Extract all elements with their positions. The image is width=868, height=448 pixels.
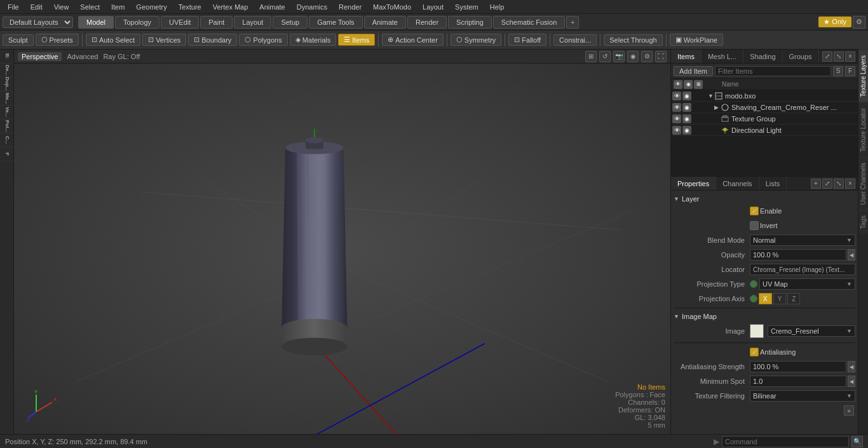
texgroup-render-icon[interactable]: ◉ xyxy=(682,114,691,123)
layout-tab-layout[interactable]: Layout xyxy=(234,16,271,29)
constraints-button[interactable]: Constrai... xyxy=(553,34,597,46)
item-row-modo[interactable]: 👁 ◉ ▼ modo.bxo xyxy=(671,90,858,102)
sidebar-tab-texture-layers[interactable]: Texture Layers xyxy=(858,50,868,102)
left-panel-item-pol[interactable]: Pol... xyxy=(0,119,14,133)
viewport-mode-advanced[interactable]: Advanced xyxy=(67,53,98,60)
menu-vertex-map[interactable]: Vertex Map xyxy=(208,2,254,12)
symmetry-button[interactable]: ⬡ Symmetry xyxy=(451,34,502,46)
sidebar-tab-user-channels[interactable]: User Channels xyxy=(858,157,868,210)
tex-filtering-dropdown[interactable]: Bilinear ▼ xyxy=(750,390,855,402)
action-center-button[interactable]: ⊕ Action Center xyxy=(382,34,444,46)
shaving-render-icon[interactable]: ◉ xyxy=(682,103,691,112)
viewport[interactable]: Perspective Advanced Ray GL: Off ⊞ ↺ 📷 ◉… xyxy=(14,50,670,434)
vertices-button[interactable]: ⊡ Vertices xyxy=(142,34,186,46)
workplane-button[interactable]: ▣ WorkPlane xyxy=(670,34,724,46)
presets-button[interactable]: ⬡ Presets xyxy=(36,34,79,46)
light-vis-icon[interactable]: 👁 xyxy=(672,126,681,135)
layout-tab-model[interactable]: Model xyxy=(78,16,114,29)
add-item-button[interactable]: Add Item xyxy=(674,66,713,76)
viewport-mode-perspective[interactable]: Perspective xyxy=(18,52,62,61)
image-map-arrow[interactable]: ▼ xyxy=(674,313,679,320)
left-panel-item-b[interactable]: B: xyxy=(0,50,14,64)
filter-items-input[interactable] xyxy=(715,66,831,76)
vp-icon-grid[interactable]: ⊞ xyxy=(585,51,597,62)
menu-maxtomodo[interactable]: MaxToModo xyxy=(368,2,416,12)
sidebar-tab-tags[interactable]: Tags xyxy=(858,210,868,234)
opacity-input[interactable] xyxy=(750,249,846,261)
menu-geometry[interactable]: Geometry xyxy=(131,2,172,12)
menu-select[interactable]: Select xyxy=(75,2,105,12)
add-tab-button[interactable]: + xyxy=(566,16,579,29)
layout-tab-render[interactable]: Render xyxy=(407,16,447,29)
items-panel-shrink-btn[interactable]: ⤡ xyxy=(834,51,844,62)
menu-help[interactable]: Help xyxy=(485,2,510,12)
menu-texture[interactable]: Texture xyxy=(173,2,207,12)
sculpt-button[interactable]: Sculpt xyxy=(3,34,34,46)
layout-tab-uvedit[interactable]: UVEdit xyxy=(161,16,199,29)
menu-dynamics[interactable]: Dynamics xyxy=(292,2,332,12)
item-row-light[interactable]: 👁 ◉ ▶ Directional Light xyxy=(671,125,858,136)
command-input[interactable] xyxy=(722,436,849,447)
items-f-button[interactable]: F xyxy=(845,66,855,76)
item-row-shaving[interactable]: 👁 ◉ ▶ Shaving_Cream_Cremo_Reser ... xyxy=(671,102,858,113)
left-panel-item-ve[interactable]: Ve... xyxy=(0,105,14,119)
antialiasing-checkbox[interactable]: ✓ xyxy=(750,348,759,356)
left-panel-item-de[interactable]: De... xyxy=(0,64,14,78)
layer-arrow[interactable]: ▼ xyxy=(674,196,679,202)
aa-strength-input[interactable] xyxy=(750,361,846,372)
vp-icon-expand[interactable]: ⛶ xyxy=(655,51,667,62)
viewport-raygl[interactable]: Ray GL: Off xyxy=(103,53,140,60)
axis-y-button[interactable]: Y xyxy=(773,293,787,304)
items-tab-groups[interactable]: Groups xyxy=(783,50,819,63)
settings-button[interactable]: ⚙ xyxy=(853,16,865,29)
layout-tab-paint[interactable]: Paint xyxy=(200,16,233,29)
invert-checkbox[interactable] xyxy=(750,221,759,230)
render-col-icon[interactable]: ◉ xyxy=(684,80,693,89)
layout-dropdown[interactable]: Default Layouts xyxy=(3,17,73,28)
polygons-button[interactable]: ⬡ Polygons xyxy=(239,34,287,46)
visibility-col-icon[interactable]: 👁 xyxy=(674,80,682,89)
blend-mode-dropdown[interactable]: Normal ▼ xyxy=(750,234,855,246)
prop-expand-btn[interactable]: ⤢ xyxy=(822,179,832,189)
items-s-button[interactable]: S xyxy=(833,66,843,76)
prop-shrink-btn[interactable]: ⤡ xyxy=(834,179,844,189)
layout-tab-setup[interactable]: Setup xyxy=(273,16,308,29)
prop-add-btn[interactable]: + xyxy=(811,179,821,189)
light-render-icon[interactable]: ◉ xyxy=(682,126,691,135)
menu-item[interactable]: Item xyxy=(106,2,130,12)
modo-vis-icon[interactable]: 👁 xyxy=(672,92,681,100)
vp-icon-rotate[interactable]: ↺ xyxy=(599,51,611,62)
vp-icon-camera[interactable]: 📷 xyxy=(613,51,625,62)
enable-checkbox[interactable]: ✓ xyxy=(750,207,759,215)
viewport-canvas[interactable]: No Items Polygons : Face Channels: 0 Def… xyxy=(14,64,670,434)
left-panel-item-dup[interactable]: Dup... xyxy=(0,78,14,92)
prop-tab-properties[interactable]: Properties xyxy=(671,177,716,190)
shaving-expand-icon[interactable]: ▶ xyxy=(714,104,721,111)
falloff-button[interactable]: ⊡ Falloff xyxy=(508,34,546,46)
vp-icon-render[interactable]: ◉ xyxy=(627,51,639,62)
prop-tab-lists[interactable]: Lists xyxy=(759,177,787,190)
axis-x-button[interactable]: X xyxy=(759,293,772,304)
menu-render[interactable]: Render xyxy=(334,2,367,12)
min-spot-slide[interactable]: ◀ xyxy=(848,376,855,387)
vp-icon-settings[interactable]: ⚙ xyxy=(641,51,653,62)
prop-tab-channels[interactable]: Channels xyxy=(716,177,759,190)
layout-tab-animate[interactable]: Animate xyxy=(364,16,406,29)
menu-animate[interactable]: Animate xyxy=(254,2,290,12)
expand-right-btn[interactable]: » xyxy=(844,405,854,416)
projection-type-dropdown[interactable]: UV Map ▼ xyxy=(759,278,855,290)
menu-file[interactable]: File xyxy=(3,2,24,12)
items-panel-expand-btn[interactable]: ⤢ xyxy=(822,51,832,62)
command-search-btn[interactable]: 🔍 xyxy=(851,436,863,447)
auto-select-button[interactable]: ⊡ Auto Select xyxy=(86,34,140,46)
left-panel-item-me[interactable]: Me... xyxy=(0,92,14,105)
shaving-vis-icon[interactable]: 👁 xyxy=(672,103,681,112)
prop-close-btn[interactable]: × xyxy=(845,179,855,189)
items-button[interactable]: ☰ Items xyxy=(338,34,375,46)
menu-view[interactable]: View xyxy=(49,2,74,12)
items-panel-close-btn[interactable]: × xyxy=(845,51,855,62)
aa-strength-slide[interactable]: ◀ xyxy=(848,361,855,372)
items-tab-shading[interactable]: Shading xyxy=(743,50,782,63)
layout-tab-schematic[interactable]: Schematic Fusion xyxy=(493,16,565,29)
opacity-slide-left[interactable]: ◀ xyxy=(848,249,855,261)
